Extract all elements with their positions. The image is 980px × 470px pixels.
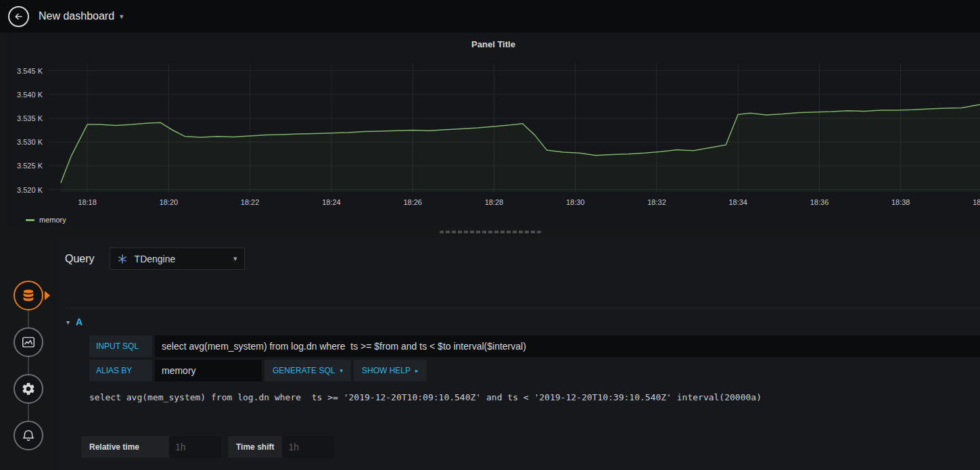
legend-swatch [26, 219, 34, 221]
tdengine-logo-icon [117, 254, 128, 264]
dashboard-title-text: New dashboard [39, 10, 114, 22]
query-rows: INPUT SQL ALIAS BY GENERATE SQL ▾ SHOW H… [89, 335, 980, 381]
relative-time-input[interactable] [169, 436, 221, 458]
input-sql-row: INPUT SQL [89, 335, 980, 357]
alias-by-row: ALIAS BY GENERATE SQL ▾ SHOW HELP ▸ [89, 360, 980, 381]
tab-connector-line [28, 296, 29, 436]
panel-title[interactable]: Panel Title [471, 39, 515, 49]
time-shift-input[interactable] [282, 436, 334, 458]
active-tab-arrow-icon [45, 291, 50, 300]
svg-text:3.520 K: 3.520 K [17, 186, 43, 194]
alias-by-label: ALIAS BY [89, 360, 152, 381]
chevron-right-icon: ▸ [415, 367, 419, 374]
input-sql-field[interactable] [155, 335, 980, 357]
generate-sql-label: GENERATE SQL [273, 366, 335, 375]
show-help-button[interactable]: SHOW HELP ▸ [354, 360, 427, 381]
chart-legend: memory [7, 212, 980, 227]
bell-icon [21, 428, 36, 443]
svg-text:3.535 K: 3.535 K [17, 114, 43, 122]
collapse-caret-icon: ▾ [66, 319, 70, 326]
time-series-chart[interactable]: 3.545 K3.540 K3.535 K3.530 K3.525 K3.520… [7, 55, 980, 212]
svg-text:18:28: 18:28 [485, 198, 504, 206]
scroll-handle[interactable] [440, 231, 541, 233]
tab-visualization[interactable] [14, 327, 43, 357]
panel-header: Panel Title [7, 32, 980, 55]
tab-general[interactable] [14, 374, 43, 404]
back-button[interactable] [8, 6, 29, 27]
arrow-left-icon [14, 11, 24, 22]
relative-time-label: Relative time [81, 436, 169, 458]
svg-text:18:26: 18:26 [403, 198, 422, 206]
input-sql-label: INPUT SQL [89, 335, 152, 357]
svg-text:18:36: 18:36 [810, 198, 829, 206]
time-shift-group: Time shift [228, 436, 334, 458]
tab-alert[interactable] [14, 421, 43, 450]
chevron-down-icon: ▾ [340, 367, 343, 374]
legend-label[interactable]: memory [39, 216, 66, 224]
svg-text:18:38: 18:38 [891, 198, 910, 206]
generate-sql-button[interactable]: GENERATE SQL ▾ [264, 360, 351, 381]
datasource-name: TDengine [135, 254, 227, 264]
relative-time-group: Relative time [81, 436, 221, 458]
query-header: Query TDengine ▾ [65, 248, 980, 270]
svg-text:3.545 K: 3.545 K [17, 67, 43, 75]
chevron-down-icon: ▾ [233, 254, 237, 263]
query-editor: Query TDengine ▾ ▾ A INPUT SQL ALI [57, 237, 980, 470]
tab-queries[interactable] [14, 281, 43, 310]
svg-text:18:40: 18:40 [973, 198, 980, 206]
datasource-picker[interactable]: TDengine ▾ [110, 248, 245, 270]
svg-text:3.525 K: 3.525 K [17, 162, 43, 170]
svg-text:18:24: 18:24 [322, 198, 341, 206]
panel-editor: Query TDengine ▾ ▾ A INPUT SQL ALI [0, 237, 980, 470]
svg-text:3.530 K: 3.530 K [17, 138, 43, 146]
svg-text:18:34: 18:34 [728, 198, 747, 206]
svg-text:3.540 K: 3.540 K [17, 91, 43, 99]
time-options-row: Relative time Time shift [81, 436, 980, 458]
chevron-down-icon: ▾ [120, 12, 124, 21]
top-navbar: New dashboard ▾ [0, 0, 980, 32]
editor-tab-rail [0, 237, 57, 470]
graph-panel: Panel Title 3.545 K3.540 K3.535 K3.530 K… [7, 32, 980, 227]
query-ref-section: ▾ A INPUT SQL ALIAS BY GENERATE SQL ▾ S [65, 308, 980, 402]
svg-text:18:32: 18:32 [647, 198, 666, 206]
show-help-label: SHOW HELP [362, 366, 411, 375]
time-shift-label: Time shift [228, 436, 282, 458]
chart-icon [21, 335, 36, 350]
gear-icon [21, 381, 36, 396]
scroll-strip [0, 227, 980, 237]
svg-text:18:30: 18:30 [566, 198, 585, 206]
query-ref-header[interactable]: ▾ A [65, 316, 980, 327]
database-icon [21, 288, 36, 303]
query-section-title: Query [65, 253, 95, 265]
dashboard-title[interactable]: New dashboard ▾ [39, 10, 124, 22]
svg-text:18:22: 18:22 [241, 198, 260, 206]
alias-by-field[interactable] [155, 360, 262, 381]
query-ref-id: A [76, 316, 83, 327]
svg-text:18:20: 18:20 [160, 198, 179, 206]
generated-sql-text: select avg(mem_system) from log.dn where… [89, 392, 980, 402]
svg-text:18:18: 18:18 [78, 198, 97, 206]
